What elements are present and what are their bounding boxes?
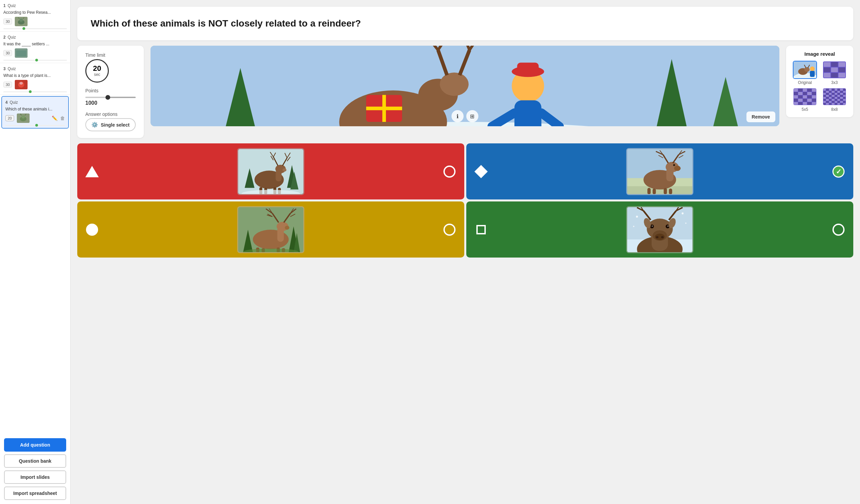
svg-point-9	[19, 82, 23, 85]
controls-row: Time limit 20 sec Points 1000 Answer opt…	[77, 46, 853, 138]
svg-rect-96	[669, 188, 672, 194]
svg-point-127	[656, 236, 658, 238]
svg-rect-39	[517, 63, 539, 75]
sidebar-item-4[interactable]: 4 Quiz Which of these animals i... 20 ✏️…	[1, 96, 69, 129]
reveal-label-3x3: 3x3	[831, 80, 837, 85]
points-slider[interactable]	[85, 97, 136, 98]
svg-point-132	[667, 225, 669, 227]
svg-point-12	[22, 115, 25, 119]
reveal-label-original: Original	[798, 80, 812, 85]
svg-point-52	[810, 66, 815, 71]
sidebar: 1 Quiz According to Pew Resea... 30 2 Qu…	[0, 0, 71, 504]
reveal-thumb-5x5	[793, 88, 817, 106]
quiz-number-3: 3	[3, 66, 6, 71]
answer-shape-square	[474, 223, 488, 236]
svg-point-143	[685, 223, 687, 224]
quiz-title-1: According to Pew Resea...	[3, 10, 67, 15]
quiz-type-4: Quiz	[10, 100, 18, 105]
time-value: 20	[93, 65, 101, 72]
svg-point-49	[804, 67, 809, 72]
reveal-label-5x5: 5x5	[802, 107, 808, 112]
sidebar-buttons: Add question Question bank Import slides…	[0, 434, 70, 504]
reindeer-scene: ℹ ⊞ Remove	[150, 46, 779, 126]
answers-grid: ✓	[77, 143, 853, 257]
quiz-time-4: 20	[5, 115, 14, 121]
svg-rect-6	[16, 50, 26, 56]
quiz-thumb-2	[15, 48, 28, 58]
quiz-thumb-4	[17, 114, 30, 123]
answer-options-label: Answer options	[85, 112, 136, 117]
answer-card-1[interactable]	[77, 143, 464, 199]
svg-point-105	[285, 226, 290, 230]
sidebar-item-2[interactable]: 2 Quiz It was the ____ settlers ... 30	[0, 32, 70, 63]
main-image: ℹ ⊞ Remove	[150, 46, 779, 126]
sidebar-item-3[interactable]: 3 Quiz What is a type of plant is... 30	[0, 63, 70, 95]
answer-card-2[interactable]: ✓	[466, 143, 853, 199]
svg-rect-94	[653, 188, 656, 194]
quiz-number-2: 2	[3, 35, 6, 40]
reveal-options-grid: Original 3x3	[791, 61, 848, 112]
answer-check: ✓	[832, 165, 845, 178]
points-label: Points	[85, 88, 136, 93]
answer-image-2	[626, 148, 693, 195]
remove-button[interactable]: Remove	[746, 112, 775, 122]
reveal-label-8x8: 8x8	[831, 107, 837, 112]
answer-card-3[interactable]	[77, 202, 464, 257]
import-spreadsheet-button[interactable]: Import spreadsheet	[4, 487, 66, 500]
reveal-thumb-8x8	[822, 88, 847, 106]
single-select-button[interactable]: ⚙️ Single select	[85, 118, 136, 131]
quiz-time-1: 30	[3, 18, 12, 25]
svg-point-128	[661, 236, 664, 238]
reveal-option-5x5[interactable]: 5x5	[791, 88, 818, 112]
svg-rect-93	[647, 188, 651, 194]
svg-point-84	[673, 164, 675, 166]
main-content: Which of these animals is NOT closely re…	[71, 0, 860, 504]
question-bank-button[interactable]: Question bank	[4, 454, 66, 468]
svg-point-23	[440, 73, 469, 96]
left-controls: Time limit 20 sec Points 1000 Answer opt…	[77, 46, 144, 138]
svg-rect-95	[664, 188, 667, 194]
question-text: Which of these animals is NOT closely re…	[91, 17, 840, 30]
svg-rect-53	[810, 71, 815, 77]
single-select-label: Single select	[101, 122, 130, 128]
crop-button[interactable]: ⊞	[466, 110, 478, 122]
quiz-number-4: 4	[5, 100, 8, 105]
points-value: 1000	[85, 100, 136, 106]
answer-card-4[interactable]	[466, 202, 853, 257]
sidebar-item-1[interactable]: 1 Quiz According to Pew Resea... 30	[0, 0, 70, 32]
quiz-title-4: Which of these animals i...	[5, 107, 65, 112]
answer-shape-diamond	[474, 165, 488, 178]
edit-icon[interactable]: ✏️	[52, 116, 57, 121]
info-button[interactable]: ℹ	[452, 110, 463, 122]
image-reveal-panel: Image reveal	[786, 46, 853, 117]
quiz-type-1: Quiz	[8, 3, 16, 8]
time-limit-label: Time limit	[85, 53, 136, 58]
import-slides-button[interactable]: Import slides	[4, 471, 66, 484]
answer-shape-circle-right-3	[443, 223, 456, 236]
question-card: Which of these animals is NOT closely re…	[77, 7, 853, 40]
quiz-number-1: 1	[3, 3, 6, 8]
image-overlay-buttons: ℹ ⊞	[452, 110, 478, 122]
reveal-option-original[interactable]: Original	[791, 61, 818, 85]
svg-point-83	[674, 165, 680, 171]
quiz-thumb-1	[15, 17, 28, 26]
quiz-title-3: What is a type of plant is...	[3, 73, 67, 78]
answer-image-1	[237, 148, 304, 195]
svg-point-142	[682, 212, 684, 214]
svg-point-144	[633, 226, 634, 227]
svg-point-131	[652, 225, 653, 227]
time-unit: sec	[94, 72, 100, 77]
reveal-option-8x8[interactable]: 8x8	[821, 88, 848, 112]
delete-icon[interactable]: 🗑	[60, 116, 65, 121]
answer-shape-triangle	[85, 165, 99, 178]
reveal-thumb-original	[793, 61, 817, 79]
time-circle[interactable]: 20 sec	[85, 59, 109, 83]
svg-point-63	[283, 168, 287, 172]
reveal-thumb-3x3	[822, 61, 847, 79]
answer-shape-circle-left	[85, 223, 99, 236]
reveal-option-3x3[interactable]: 3x3	[821, 61, 848, 85]
answer-image-3	[237, 206, 304, 253]
add-question-button[interactable]: Add question	[4, 438, 66, 451]
svg-rect-36	[366, 107, 402, 110]
quiz-thumb-3	[15, 80, 28, 89]
